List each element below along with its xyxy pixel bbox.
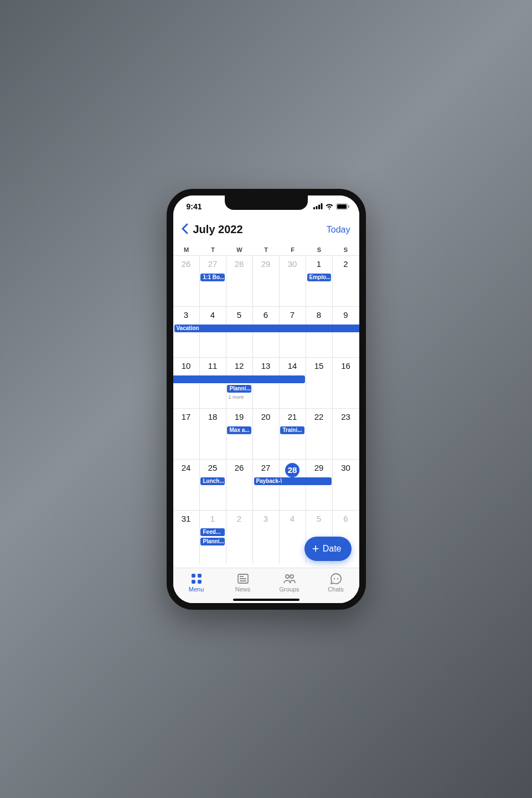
day-number: 16 xyxy=(333,358,359,370)
day-number: 28 xyxy=(280,460,306,477)
day-number: 1 xyxy=(306,256,332,269)
calendar-row: 3456789Vacation xyxy=(173,307,359,358)
news-icon xyxy=(236,573,250,585)
calendar-cell[interactable]: 2 xyxy=(333,256,359,306)
calendar-event[interactable]: Payback-\ xyxy=(254,477,332,485)
day-number: 21 xyxy=(280,409,306,421)
calendar-cell[interactable]: 20 xyxy=(253,409,280,459)
day-number: 30 xyxy=(280,256,306,269)
wifi-icon xyxy=(325,203,334,209)
calendar-cell[interactable]: 17 xyxy=(173,409,200,459)
calendar-cell[interactable]: 3 xyxy=(253,511,280,564)
add-date-button[interactable]: + Date xyxy=(304,537,352,561)
svg-rect-3 xyxy=(321,203,322,209)
calendar-row: 24252627282930Lunch...Payback-\ xyxy=(173,460,359,511)
day-number: 22 xyxy=(306,409,332,421)
calendar-cell[interactable]: 31 xyxy=(173,511,200,564)
calendar-cell[interactable]: 15 xyxy=(306,358,333,408)
weekday-label: F xyxy=(280,246,306,253)
day-number: 29 xyxy=(306,460,332,472)
day-number: 7 xyxy=(280,307,306,320)
groups-icon xyxy=(283,573,296,585)
tab-news[interactable]: News xyxy=(220,568,266,598)
calendar-event[interactable]: Feed... xyxy=(200,528,225,536)
calendar-row: 10111213141516Planni...1 more xyxy=(173,358,359,409)
menu-icon xyxy=(190,573,203,585)
calendar-cell[interactable]: 18 xyxy=(200,409,226,459)
calendar-cell[interactable]: 4 xyxy=(280,511,306,564)
tab-chats[interactable]: Chats xyxy=(313,568,359,598)
svg-rect-1 xyxy=(316,206,317,209)
day-number: 2 xyxy=(226,511,252,523)
day-number: 28 xyxy=(226,256,252,269)
day-number: 14 xyxy=(280,358,306,370)
day-number: 23 xyxy=(333,409,359,421)
day-number: 20 xyxy=(253,409,279,421)
calendar-event[interactable]: Emplo... xyxy=(307,274,332,281)
tab-label: Groups xyxy=(279,586,299,593)
phone-frame: 9:41 July 2022 Today xyxy=(167,189,366,610)
svg-rect-0 xyxy=(313,207,315,209)
svg-rect-6 xyxy=(348,205,349,208)
calendar-row: 17181920212223Max a...Traini... xyxy=(173,409,359,460)
svg-point-17 xyxy=(333,578,334,579)
calendar-event[interactable]: Planni... xyxy=(200,538,225,545)
day-number: 6 xyxy=(253,307,279,320)
day-number: 3 xyxy=(253,511,279,523)
svg-point-15 xyxy=(286,575,289,578)
calendar-cell[interactable]: 24 xyxy=(173,460,200,510)
weekday-label: S xyxy=(306,246,333,253)
tab-label: Menu xyxy=(189,586,204,593)
home-indicator xyxy=(233,599,299,601)
calendar-event[interactable]: Traini... xyxy=(280,426,304,434)
day-number: 13 xyxy=(253,358,279,370)
weekday-label: W xyxy=(226,246,253,253)
calendar-event[interactable]: Vacation xyxy=(174,325,359,332)
svg-point-18 xyxy=(337,578,338,579)
plus-icon: + xyxy=(312,543,319,555)
calendar-event[interactable] xyxy=(173,375,305,383)
calendar-event[interactable]: Lunch... xyxy=(200,477,225,485)
svg-point-16 xyxy=(290,575,293,578)
header-left: July 2022 xyxy=(179,221,243,239)
day-number: 26 xyxy=(226,460,252,472)
tab-bar: MenuNewsGroupsChats xyxy=(173,568,359,603)
day-number: 19 xyxy=(226,409,252,421)
calendar-cell[interactable]: 23 xyxy=(333,409,359,459)
day-number: 10 xyxy=(173,358,199,370)
weekday-label: T xyxy=(200,246,226,253)
tab-groups[interactable]: Groups xyxy=(266,568,313,598)
today-button[interactable]: Today xyxy=(327,225,350,235)
day-number: 5 xyxy=(306,511,332,523)
day-number: 29 xyxy=(253,256,279,269)
calendar-cell[interactable]: 26 xyxy=(173,256,200,306)
weekday-header: MTWTFSS xyxy=(173,244,359,256)
notch xyxy=(225,195,308,210)
weekday-label: S xyxy=(333,246,359,253)
calendar-event[interactable]: 1:1 Bo... xyxy=(200,274,225,281)
calendar-cell[interactable]: 26 xyxy=(226,460,253,510)
cellular-signal-icon xyxy=(313,203,323,209)
tab-menu[interactable]: Menu xyxy=(173,568,220,598)
fab-label: Date xyxy=(323,544,342,554)
calendar-cell[interactable]: 29 xyxy=(253,256,280,306)
calendar-cell[interactable]: 22 xyxy=(306,409,333,459)
day-number: 4 xyxy=(200,307,226,320)
calendar-cell[interactable]: 28 xyxy=(226,256,253,306)
day-number: 5 xyxy=(226,307,252,320)
chats-icon xyxy=(329,573,343,585)
more-events-label[interactable]: 1 more xyxy=(228,394,244,400)
status-right xyxy=(313,203,349,210)
calendar-event[interactable]: Max a... xyxy=(227,426,251,434)
day-number: 12 xyxy=(226,358,252,370)
calendar-cell[interactable]: 16 xyxy=(333,358,359,408)
svg-rect-2 xyxy=(318,205,320,210)
calendar-cell[interactable]: 30 xyxy=(333,460,359,510)
calendar-cell[interactable]: 2 xyxy=(226,511,253,564)
day-number: 27 xyxy=(200,256,226,269)
calendar-cell[interactable]: 30 xyxy=(280,256,306,306)
day-number: 25 xyxy=(200,460,226,472)
calendar-event[interactable]: Planni... xyxy=(227,385,251,393)
back-button[interactable] xyxy=(179,221,191,239)
calendar-cell[interactable]: 1 xyxy=(200,511,226,564)
